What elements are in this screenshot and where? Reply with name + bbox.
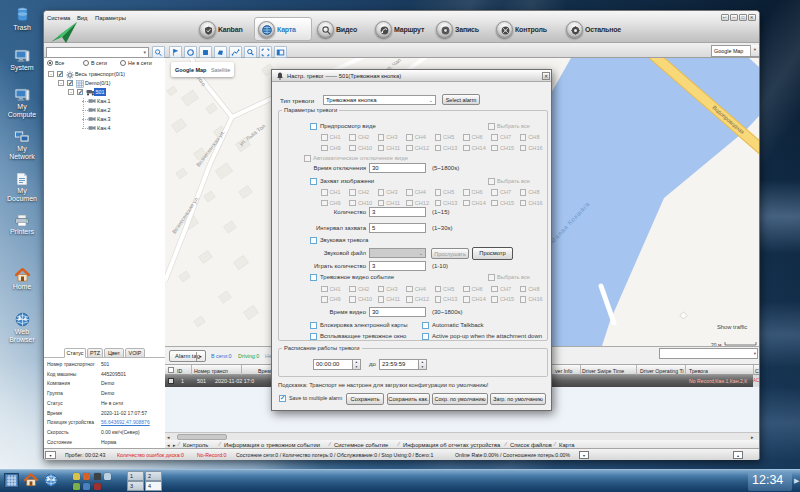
svg-text:ул. Льва Тол: ул. Льва Тол bbox=[238, 123, 266, 147]
svg-text:Show traffic: Show traffic bbox=[717, 324, 747, 330]
